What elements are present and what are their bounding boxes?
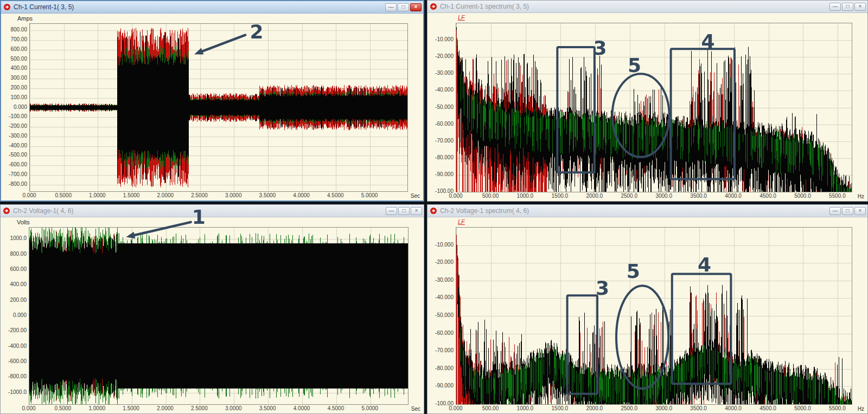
x-tick-label: 1500.0 — [552, 193, 569, 199]
y-tick-label: -90.000 — [428, 383, 454, 389]
y-tick-label: -40.000 — [428, 87, 454, 93]
y-tick-label: -50.000 — [428, 104, 454, 110]
x-tick-label: 2.0000 — [157, 405, 174, 411]
x-tick-label: 4500.0 — [760, 405, 776, 411]
spectrum-plot[interactable] — [456, 23, 852, 192]
right-pad — [852, 227, 867, 405]
y-tick-label: -600.00 — [2, 161, 27, 167]
right-pad — [409, 227, 424, 405]
x-tick-label: 1.5000 — [123, 192, 140, 198]
x-tick-label: 1000.0 — [517, 405, 534, 411]
maximize-button[interactable]: □ — [842, 207, 853, 215]
unit-row: Amps — [1, 14, 423, 23]
waveform-plot[interactable] — [29, 227, 409, 405]
maximize-button[interactable]: □ — [842, 3, 853, 11]
x-tick-label: 3.0000 — [225, 405, 242, 411]
y-tick-label: -50.000 — [428, 312, 454, 318]
minimize-button[interactable]: — — [385, 3, 397, 11]
minimize-button[interactable]: — — [386, 207, 397, 215]
y-tick-label: -100.00 — [2, 113, 27, 119]
x-unit-label: Hz — [858, 193, 864, 199]
y-tick-label: -90.000 — [428, 171, 454, 177]
close-button[interactable]: × — [854, 207, 866, 215]
x-tick-label: 2000.0 — [586, 405, 603, 411]
y-tick-label: -20.000 — [428, 259, 454, 265]
y-tick-label: -60.000 — [428, 330, 454, 336]
unit-row: LF — [427, 217, 867, 227]
y-unit-label: Volts — [17, 219, 30, 225]
app-icon — [3, 207, 10, 215]
titlebar[interactable]: Ch-2 Voltage-1( 4, 6) — □ × — [1, 205, 424, 217]
x-tick-label: 4500.0 — [760, 193, 776, 199]
x-tick-label: 0.000 — [22, 405, 35, 411]
right-pad — [408, 23, 423, 192]
x-tick-label: 2.0000 — [157, 192, 174, 198]
close-button[interactable]: × — [411, 207, 422, 215]
x-tick-label: 2000.0 — [586, 193, 603, 199]
plot-area: Volts Sec 1 1000.0800.00600.00400.00200.… — [1, 217, 424, 413]
x-tick-label: 3.5000 — [259, 405, 276, 411]
maximize-button[interactable]: □ — [398, 3, 409, 11]
y-unit-label: Amps — [17, 15, 33, 22]
y-tick-label: -40.000 — [428, 294, 454, 300]
x-tick-label: 1.0000 — [88, 405, 105, 411]
plot-area: LF Hz 354 -10.000-20.000-30.000-40.000-5… — [427, 217, 867, 413]
waveform-plot[interactable] — [29, 23, 408, 192]
y-tick-label: 200.00 — [1, 297, 27, 303]
close-button[interactable]: × — [410, 3, 422, 11]
y-tick-label: -70.000 — [428, 138, 454, 144]
x-tick-label: 5.0000 — [361, 192, 378, 198]
titlebar[interactable]: Ch-2 Voltage-1 spectrum( 4, 6) — □ × — [427, 205, 867, 217]
x-tick-label: 2.5000 — [191, 192, 208, 198]
y-tick-label: -500.00 — [2, 152, 27, 158]
plot-area: Amps Sec 2 800.00700.00600.00500.00400.0… — [1, 14, 423, 200]
x-unit-label: Hz — [858, 406, 864, 412]
titlebar[interactable]: Ch-1 Current-1 spectrum( 3, 5) — □ × — [427, 1, 867, 13]
y-tick-label: -200.00 — [2, 123, 27, 129]
x-tick-label: 3000.0 — [655, 193, 672, 199]
x-tick-label: 2.5000 — [191, 405, 208, 411]
y-tick-label: -300.00 — [2, 133, 27, 139]
y-tick-label: 500.00 — [2, 56, 27, 62]
lf-cursor-label: LF — [458, 14, 465, 21]
y-tick-label: 300.00 — [2, 75, 27, 81]
y-tick-label: 700.00 — [2, 36, 27, 42]
window-ch2-voltage: Ch-2 Voltage-1( 4, 6) — □ × Volts Sec 1 … — [0, 204, 424, 414]
y-tick-label: -10.000 — [428, 242, 454, 248]
y-tick-label: 100.00 — [2, 94, 27, 100]
minimize-button[interactable]: — — [829, 207, 841, 215]
x-tick-label: 5000.0 — [794, 405, 811, 411]
plot-area: LF Hz 354 -10.000-20.000-30.000-40.000-5… — [427, 13, 867, 201]
window-title: Ch-2 Voltage-1( 4, 6) — [13, 207, 73, 215]
x-tick-label: 0.5000 — [55, 405, 72, 411]
x-unit-label: Sec — [411, 193, 420, 199]
titlebar[interactable]: Ch-1 Current-1( 3, 5) — □ × — [1, 1, 423, 14]
y-tick-label: 0.000 — [2, 104, 27, 110]
y-tick-label: -70.000 — [428, 347, 454, 353]
y-tick-label: -30.000 — [428, 277, 454, 283]
unit-row: Volts — [1, 217, 424, 227]
x-tick-label: 4000.0 — [725, 193, 742, 199]
close-button[interactable]: × — [854, 3, 866, 11]
minimize-button[interactable]: — — [829, 3, 841, 11]
window-ch2-voltage-spectrum: Ch-2 Voltage-1 spectrum( 4, 6) — □ × LF … — [427, 204, 868, 414]
x-tick-label: 4.5000 — [327, 192, 344, 198]
y-tick-label: 0.000 — [1, 312, 27, 318]
x-tick-label: 2500.0 — [621, 193, 637, 199]
y-tick-label: -10.000 — [428, 36, 454, 42]
y-tick-label: -400.00 — [1, 343, 27, 349]
app-icon — [3, 3, 11, 11]
x-tick-label: 0.000 — [22, 192, 36, 198]
spectrum-plot[interactable] — [456, 227, 852, 405]
x-tick-label: 1500.0 — [552, 405, 569, 411]
y-tick-label: -600.00 — [1, 358, 27, 364]
app-icon — [430, 207, 437, 215]
window-ch1-current-spectrum: Ch-1 Current-1 spectrum( 3, 5) — □ × LF … — [427, 0, 868, 202]
y-tick-label: -200.00 — [1, 327, 27, 333]
window-ch1-current: Ch-1 Current-1( 3, 5) — □ × Amps Sec 2 8… — [0, 0, 424, 202]
x-tick-label: 500.00 — [482, 193, 499, 199]
y-tick-label: 800.00 — [1, 251, 27, 257]
right-pad — [852, 23, 867, 192]
maximize-button[interactable]: □ — [398, 207, 410, 215]
y-tick-label: 600.00 — [2, 46, 27, 52]
